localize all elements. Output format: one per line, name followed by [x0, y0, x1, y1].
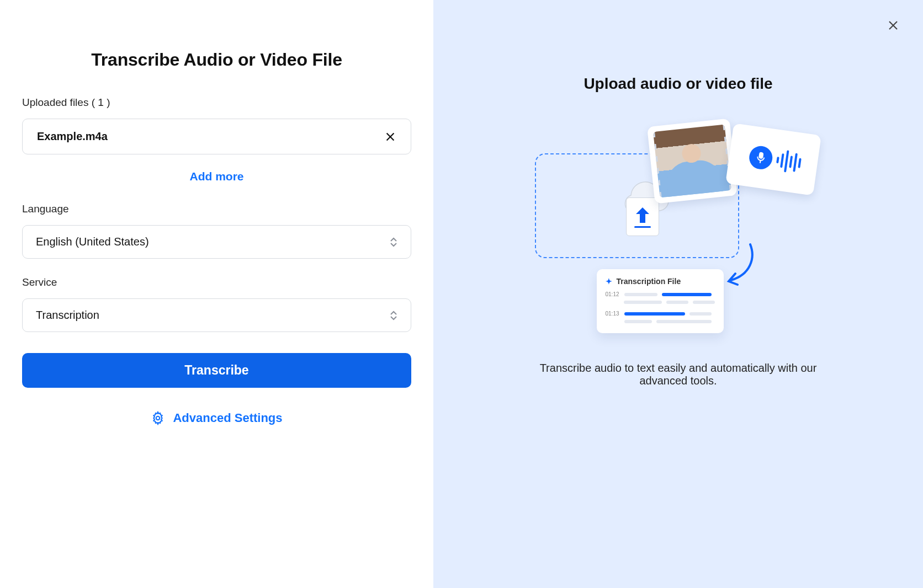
transcribe-button[interactable]: Transcribe [22, 353, 411, 388]
close-button[interactable] [883, 15, 903, 35]
add-more-link[interactable]: Add more [22, 170, 411, 183]
advanced-settings-label: Advanced Settings [173, 411, 282, 425]
uploaded-files-label: Uploaded files ( 1 ) [22, 97, 411, 109]
close-icon [887, 19, 900, 32]
gear-icon [151, 411, 165, 425]
advanced-settings-link[interactable]: Advanced Settings [22, 411, 411, 425]
form-panel: Transcribe Audio or Video File Uploaded … [0, 0, 433, 588]
language-select[interactable]: English (United States) [22, 225, 411, 259]
page-title: Transcribe Audio or Video File [22, 50, 411, 70]
info-title: Upload audio or video file [583, 75, 772, 93]
uploaded-file-name: Example.m4a [37, 130, 108, 143]
transcription-card: ✦ Transcription File 01:12 01:13 [597, 269, 724, 333]
select-chevrons-icon [390, 311, 397, 320]
microphone-icon [747, 145, 773, 170]
info-panel: Upload audio or video file [433, 0, 923, 588]
select-chevrons-icon [390, 237, 397, 247]
sparkle-icon: ✦ [606, 277, 612, 286]
service-label: Service [22, 276, 411, 288]
service-value: Transcription [36, 309, 99, 322]
upload-file-icon [626, 197, 659, 236]
service-select[interactable]: Transcription [22, 298, 411, 332]
timestamp: 01:12 [606, 291, 620, 297]
svg-line-6 [760, 161, 760, 163]
audio-wave-card [725, 123, 821, 195]
transcription-card-title: Transcription File [617, 277, 681, 286]
timestamp: 01:13 [606, 311, 620, 317]
uploaded-file-chip: Example.m4a [22, 119, 411, 154]
close-icon [384, 131, 396, 143]
illustration: ✦ Transcription File 01:12 01:13 [535, 115, 822, 346]
svg-rect-5 [758, 152, 763, 159]
svg-point-2 [156, 416, 160, 420]
video-thumbnail-card [647, 119, 738, 204]
remove-file-button[interactable] [384, 131, 396, 143]
info-caption: Transcribe audio to text easily and auto… [535, 362, 822, 387]
language-label: Language [22, 203, 411, 215]
arrow-icon [720, 242, 758, 293]
language-value: English (United States) [36, 236, 149, 248]
